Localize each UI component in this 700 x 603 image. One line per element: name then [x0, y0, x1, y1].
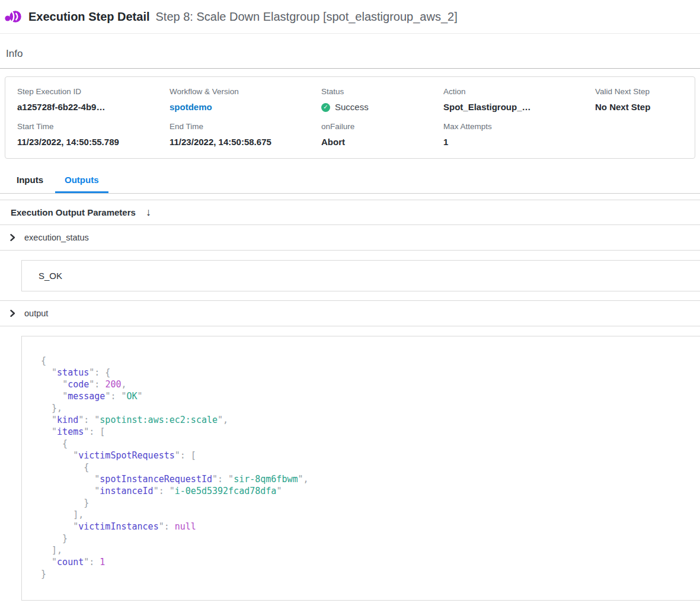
status-text: Success: [335, 102, 369, 113]
info-section-label: Info: [0, 48, 700, 69]
download-icon[interactable]: ↓: [146, 206, 151, 219]
field-label: Max Attempts: [443, 122, 595, 131]
field-label: Start Time: [17, 122, 170, 131]
param-name: output: [24, 309, 48, 318]
section-title: Execution Output Parameters: [11, 207, 136, 217]
status-badge: ✓ Success: [321, 102, 443, 113]
field-value: 1: [443, 137, 595, 147]
field-value: Abort: [321, 137, 443, 147]
field-value: 11/23/2022, 14:50:55.789: [17, 137, 170, 147]
field-step-execution-id: Step Execution ID a125728f-6b22-4b9…: [17, 87, 170, 113]
execution-status-value-box: S_OK: [21, 260, 700, 291]
field-status: Status ✓ Success: [321, 87, 443, 113]
execution-output-parameters-header: Execution Output Parameters ↓: [0, 200, 700, 225]
param-row-output[interactable]: output: [0, 301, 700, 326]
info-card: Step Execution ID a125728f-6b22-4b9… Wor…: [5, 76, 695, 159]
field-label: End Time: [170, 122, 321, 131]
field-value: 11/23/2022, 14:50:58.675: [170, 137, 321, 147]
tab-bar: Inputs Outputs: [0, 167, 700, 194]
page-header: Execution Step Detail Step 8: Scale Down…: [0, 0, 700, 34]
param-name: execution_status: [24, 233, 89, 242]
workflow-link[interactable]: spotdemo: [170, 102, 321, 113]
tab-inputs[interactable]: Inputs: [7, 167, 53, 193]
field-onfailure: onFailure Abort: [321, 122, 443, 147]
field-label: onFailure: [321, 122, 443, 131]
field-value: a125728f-6b22-4b9…: [17, 102, 170, 113]
field-label: Valid Next Step: [595, 87, 695, 97]
field-label: Step Execution ID: [17, 87, 170, 97]
spot-logo-icon: [5, 9, 23, 24]
output-json-viewer[interactable]: { "status": { "code": 200, "message": "O…: [21, 336, 700, 601]
tab-outputs[interactable]: Outputs: [55, 167, 108, 193]
field-workflow-version: Workflow & Version spotdemo: [170, 87, 321, 113]
field-value: Spot_Elastigroup_…: [443, 102, 595, 113]
field-valid-next-step: Valid Next Step No Next Step: [595, 87, 695, 113]
field-label: Action: [443, 87, 595, 97]
chevron-right-icon: [9, 234, 16, 241]
field-end-time: End Time 11/23/2022, 14:50:58.675: [170, 122, 321, 147]
page-title: Execution Step Detail: [28, 10, 150, 24]
execution-status-value: S_OK: [39, 271, 62, 281]
page-subtitle: Step 8: Scale Down Elastgroup [spot_elas…: [156, 10, 458, 24]
field-label: Workflow & Version: [170, 87, 321, 97]
field-action: Action Spot_Elastigroup_…: [443, 87, 595, 113]
chevron-right-icon: [9, 310, 16, 317]
success-check-icon: ✓: [321, 103, 330, 112]
field-label: Status: [321, 87, 443, 97]
field-max-attempts: Max Attempts 1: [443, 122, 595, 147]
param-row-execution-status[interactable]: execution_status: [0, 225, 700, 251]
field-value: No Next Step: [595, 102, 695, 113]
field-start-time: Start Time 11/23/2022, 14:50:55.789: [17, 122, 170, 147]
